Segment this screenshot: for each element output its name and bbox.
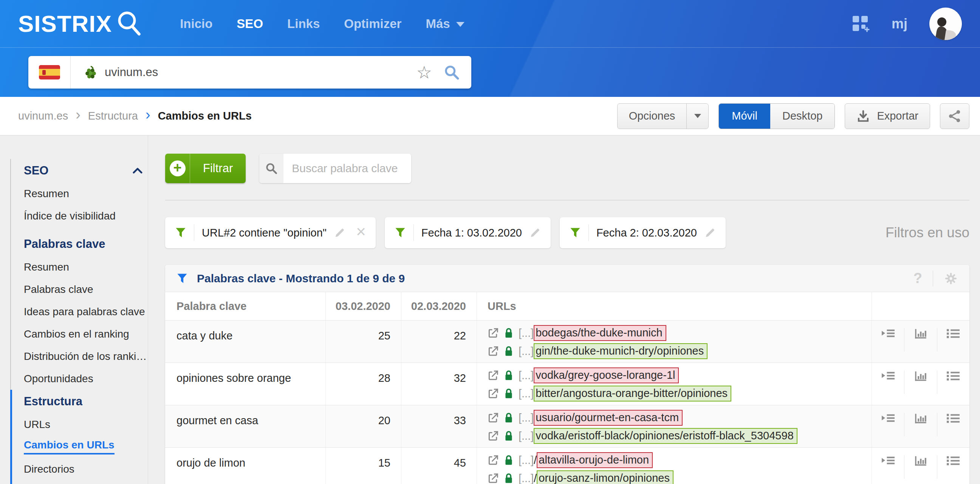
toggle-desktop[interactable]: Desktop	[770, 104, 835, 129]
edit-pencil-icon[interactable]	[334, 227, 345, 238]
add-filter-segment[interactable]: +	[165, 153, 190, 183]
share-button[interactable]	[940, 103, 969, 129]
show-serp-button[interactable]	[872, 413, 904, 436]
search-icon	[259, 153, 283, 183]
value-date1-cell: 28	[326, 363, 401, 405]
plus-icon: +	[170, 160, 186, 176]
nav-item-inicio[interactable]: Inicio	[180, 17, 212, 31]
url-added[interactable]: bitter/angostura-orange-bitter/opiniones	[534, 386, 731, 401]
url-line-new: [...]/orujo-sanz-limon/opiniones	[488, 470, 872, 484]
url-prefix: [...]	[519, 327, 534, 339]
sidebar-item-ideas-para-palabras-clave[interactable]: Ideas para palabras clave	[24, 300, 148, 323]
divider	[414, 224, 414, 241]
close-icon[interactable]: ×	[356, 226, 366, 240]
external-link-icon[interactable]	[488, 454, 499, 466]
filter-button-label: Filtrar	[190, 153, 246, 183]
edit-pencil-icon[interactable]	[705, 227, 716, 238]
external-link-icon[interactable]	[488, 370, 499, 381]
external-link-icon[interactable]	[488, 412, 499, 423]
keyword-search-box	[259, 153, 411, 183]
lock-icon	[504, 412, 514, 423]
filter-chip-fecha1: Fecha 1: 03.02.2020	[385, 217, 550, 248]
sidebar-item-urls[interactable]: URLs	[24, 413, 148, 436]
url-prefix: [...]	[519, 454, 534, 466]
sidebar-item-oportunidades[interactable]: Oportunidades	[24, 367, 148, 390]
url-prefix: [...]	[519, 345, 534, 358]
keyword-list-button[interactable]	[937, 328, 969, 351]
keyword-list-button[interactable]	[937, 455, 969, 479]
country-selector[interactable]	[29, 56, 71, 89]
sidebar-item-cambios-en-el-ranking[interactable]: Cambios en el ranking	[24, 323, 148, 345]
sidebar-heading-seo: SEO	[24, 159, 148, 182]
url-removed[interactable]: usuario/gourmet-en-casa-tcm	[534, 410, 682, 426]
sidebar-item-distribucion-de-los-rankings[interactable]: Distribución de los ranki…	[24, 345, 148, 367]
keyword-list-button[interactable]	[937, 371, 969, 394]
chevron-up-icon[interactable]	[133, 167, 143, 174]
url-added[interactable]: orujo-sanz-limon/opiniones	[537, 470, 673, 484]
url-removed[interactable]: bodegas/the-duke-munich	[534, 325, 666, 341]
toggle-movil[interactable]: Móvil	[719, 104, 770, 129]
history-chart-button[interactable]	[904, 371, 937, 394]
show-serp-button[interactable]	[872, 371, 904, 394]
export-label: Exportar	[877, 110, 918, 122]
sistrix-logo[interactable]: SISTRIX	[18, 10, 142, 37]
page-toolbar: Opciones Móvil Desktop Exportar	[617, 103, 969, 129]
sidebar-item-indice-de-visibilidad[interactable]: Índice de visibilidad	[24, 205, 148, 227]
url-added[interactable]: vodka/eristoff-black/opiniones/eristoff-…	[534, 428, 797, 444]
show-serp-button[interactable]	[872, 328, 904, 351]
external-link-icon[interactable]	[488, 327, 499, 339]
favorite-star-icon[interactable]: ☆	[417, 64, 432, 81]
avatar[interactable]	[929, 8, 962, 40]
sidebar-item-directorios[interactable]: Directorios	[24, 458, 148, 480]
logo-text: SISTRIX	[18, 10, 112, 37]
options-button[interactable]: Opciones	[617, 103, 709, 129]
url-removed[interactable]: altavilla-orujo-de-limon	[537, 452, 653, 468]
apps-grid-icon[interactable]	[851, 15, 870, 33]
history-chart-button[interactable]	[904, 328, 937, 351]
user-initials[interactable]: mj	[892, 16, 907, 32]
keyword-list-button[interactable]	[937, 413, 969, 436]
external-link-icon[interactable]	[488, 345, 499, 357]
search-submit-icon[interactable]	[443, 64, 460, 81]
external-link-icon[interactable]	[488, 473, 499, 484]
external-link-icon[interactable]	[488, 430, 499, 442]
filter-chip-label: Fecha 1: 03.02.2020	[422, 227, 522, 239]
help-icon[interactable]: ?	[913, 270, 922, 286]
domain-display[interactable]: uvinum.es	[71, 65, 417, 80]
sidebar-section-estructura: Estructura URLs Cambios en URLs Director…	[10, 390, 148, 484]
filter-chip-label: Fecha 2: 02.03.2020	[597, 227, 697, 239]
history-chart-button[interactable]	[904, 413, 937, 436]
nav-item-seo[interactable]: SEO	[237, 17, 263, 31]
history-chart-button[interactable]	[904, 455, 937, 479]
breadcrumb-section[interactable]: Estructura	[88, 110, 138, 122]
table-title-bar: Palabras clave - Mostrando 1 de 9 de 9 ?	[165, 265, 969, 292]
sidebar-item-resumen[interactable]: Resumen	[24, 182, 148, 205]
sidebar-item-cambios-en-urls[interactable]: Cambios en URLs	[24, 436, 148, 458]
logo-magnifier-icon	[115, 9, 142, 36]
nav-item-mas[interactable]: Más	[426, 17, 464, 31]
url-removed[interactable]: vodka/grey-goose-lorange-1l	[534, 367, 679, 383]
divider	[165, 200, 969, 201]
gear-icon[interactable]	[944, 272, 958, 286]
sidebar-heading-estructura: Estructura	[24, 390, 148, 413]
nav-item-links[interactable]: Links	[287, 17, 320, 31]
breadcrumb-domain[interactable]: uvinum.es	[18, 110, 68, 122]
external-link-icon[interactable]	[488, 388, 499, 399]
nav-item-optimizer[interactable]: Optimizer	[344, 17, 401, 31]
keyword-search-input[interactable]	[283, 153, 411, 183]
keyword-cell: orujo de limon	[165, 448, 326, 484]
divider	[194, 224, 194, 241]
url-line-old: [...]usuario/gourmet-en-casa-tcm	[488, 409, 872, 426]
value-date1-cell: 20	[326, 405, 401, 447]
sidebar-item-resumen-kw[interactable]: Resumen	[24, 256, 148, 278]
export-button[interactable]: Exportar	[845, 103, 930, 129]
sidebar-item-palabras-clave[interactable]: Palabras clave	[24, 278, 148, 300]
table-title: Palabras clave - Mostrando 1 de 9 de 9	[197, 272, 405, 285]
url-added[interactable]: gin/the-duke-munich-dry/opiniones	[534, 343, 708, 359]
edit-pencil-icon[interactable]	[530, 227, 541, 238]
filter-button[interactable]: + Filtrar	[165, 153, 246, 183]
show-serp-button[interactable]	[872, 455, 904, 479]
filter-chip-url-contains: URL#2 contiene "opinion" ×	[165, 217, 375, 248]
options-dropdown-toggle[interactable]	[686, 104, 708, 129]
url-prefix: [...]	[519, 472, 534, 484]
